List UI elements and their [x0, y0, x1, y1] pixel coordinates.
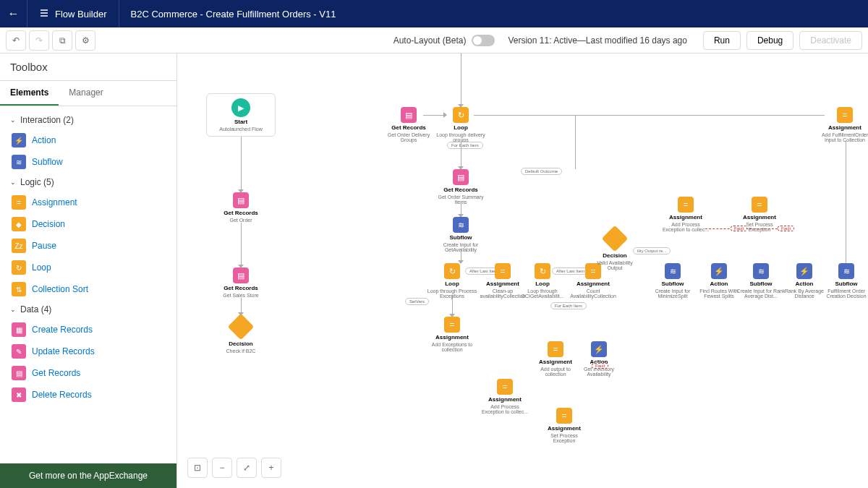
back-button[interactable]: ←: [0, 0, 27, 27]
node-subflow-input[interactable]: ≋SubflowCreate Input for GetAvailability: [435, 217, 486, 253]
element-icon: ⚡: [12, 133, 26, 147]
element-item[interactable]: ⚡Action: [0, 129, 176, 151]
redo-button[interactable]: ↷: [29, 30, 49, 51]
node-decision-b2c[interactable]: DecisionCheck if B2C: [216, 315, 266, 354]
node-get-store[interactable]: ▤Get RecordsGet Sales Store: [216, 267, 266, 298]
zoom-in-button[interactable]: +: [261, 458, 281, 478]
element-label: Collection Sort: [32, 284, 88, 294]
element-item[interactable]: ≋Subflow: [0, 151, 176, 173]
node-start[interactable]: ▶StartAutolaunched Flow: [206, 93, 276, 137]
auto-layout-toggle[interactable]: Auto-Layout (Beta): [393, 35, 495, 46]
toolbox-title: Toolbox: [0, 53, 176, 81]
appexchange-link[interactable]: Get more on the AppExchange: [0, 463, 176, 488]
element-label: Loop: [32, 262, 51, 273]
pill-default-outcome: Default Outcome: [521, 168, 562, 175]
node-get-order[interactable]: ▤Get RecordsGet Order: [216, 192, 266, 223]
sidebar: Toolbox Elements Manager ⌄Interaction (2…: [0, 53, 177, 488]
tab-elements[interactable]: Elements: [0, 81, 59, 106]
node-asn-proc2[interactable]: =AssignmentAdd Process Exception to coll…: [480, 379, 530, 415]
element-item[interactable]: ✖Delete Records: [0, 384, 176, 406]
fit-button[interactable]: ⤢: [237, 458, 257, 478]
node-action-inventory[interactable]: ⚡ActionGet Inventory Availability: [574, 341, 624, 377]
element-label: Action: [32, 135, 56, 145]
category[interactable]: ⌄Logic (5): [0, 173, 176, 192]
category[interactable]: ⌄Data (4): [0, 300, 176, 319]
app-header: ← Flow Builder B2C Commerce - Create Ful…: [0, 0, 868, 27]
element-icon: ▦: [12, 322, 26, 337]
node-sf-min[interactable]: ≋SubflowCreate Input for MinimizeSplit: [647, 263, 698, 299]
element-icon: ◆: [12, 217, 26, 231]
element-icon: ✎: [12, 344, 26, 359]
sidebar-tabs: Elements Manager: [0, 81, 176, 106]
canvas-controls: ⊡ − ⤢ +: [187, 458, 281, 478]
pill-fault-2: Fault: [731, 226, 747, 231]
element-icon: ⇅: [12, 282, 26, 296]
element-label: Delete Records: [32, 390, 92, 400]
element-label: Pause: [32, 241, 56, 251]
element-item[interactable]: ⇅Collection Sort: [0, 278, 176, 300]
app-name: Flow Builder: [27, 0, 119, 27]
node-asn-proc1[interactable]: =AssignmentAdd Process Exception to coll…: [660, 197, 711, 233]
debug-button[interactable]: Debug: [746, 31, 793, 50]
undo-button[interactable]: ↶: [6, 30, 26, 51]
chevron-down-icon: ⌄: [10, 306, 16, 313]
element-item[interactable]: =Assignment: [0, 192, 176, 213]
element-icon: ▤: [12, 366, 26, 380]
element-item[interactable]: ◆Decision: [0, 213, 176, 235]
node-loop-groups[interactable]: ↻LoopLoop through delivery groups: [435, 107, 486, 143]
node-get-items[interactable]: ▤Get RecordsGet Order Summary Items: [435, 169, 486, 205]
category[interactable]: ⌄Interaction (2): [0, 111, 176, 129]
run-button[interactable]: Run: [703, 31, 741, 50]
pill-setvars: SetVars: [405, 298, 429, 305]
element-tree: ⌄Interaction (2)⚡Action≋Subflow⌄Logic (5…: [0, 106, 176, 463]
toggle-icon: [472, 35, 495, 46]
element-item[interactable]: ✎Update Records: [0, 341, 176, 362]
node-asn-setexc2[interactable]: =AssignmentSet Process Exception: [539, 408, 590, 444]
chevron-down-icon: ⌄: [10, 179, 16, 186]
pill-utility-output: ility Output re...: [633, 247, 671, 254]
copy-button[interactable]: ⧉: [52, 30, 72, 51]
element-label: Subflow: [32, 157, 63, 167]
tab-manager[interactable]: Manager: [59, 81, 113, 106]
element-item[interactable]: ▦Create Records: [0, 319, 176, 341]
zoom-out-button[interactable]: −: [212, 458, 232, 478]
element-icon: ✖: [12, 388, 26, 402]
element-icon: Zz: [12, 239, 26, 253]
utility-bar: ↶ ↷ ⧉ ⚙ Auto-Layout (Beta) Version 11: A…: [0, 27, 868, 53]
node-get-delivery[interactable]: ▤Get RecordsGet Order Delivery Groups: [383, 107, 434, 143]
element-item[interactable]: ↻Loop: [0, 257, 176, 278]
element-label: Assignment: [32, 197, 77, 207]
select-button[interactable]: ⊡: [187, 458, 208, 478]
deactivate-button: Deactivate: [799, 31, 862, 50]
arrow-left-icon: ←: [8, 7, 20, 20]
flow-builder-icon: [39, 8, 49, 20]
node-sf-fulfill[interactable]: ≋SubflowFulfillment Order Creation Decis…: [821, 263, 868, 299]
element-label: Create Records: [32, 325, 93, 335]
pill-foreach-2: For Each Item: [550, 302, 587, 309]
pill-fault-1: Fault: [592, 363, 608, 369]
settings-button[interactable]: ⚙: [75, 30, 95, 51]
element-label: Decision: [32, 219, 65, 229]
element-item[interactable]: ZzPause: [0, 235, 176, 257]
version-label: Version 11: Active—Last modified 16 days…: [508, 35, 686, 46]
element-icon: =: [12, 195, 26, 210]
chevron-down-icon: ⌄: [10, 116, 16, 124]
element-icon: ≋: [12, 155, 26, 169]
element-icon: ↻: [12, 260, 26, 275]
element-label: Get Records: [32, 368, 80, 378]
element-label: Update Records: [32, 346, 95, 356]
flow-title: B2C Commerce - Create Fulfillment Orders…: [119, 9, 348, 20]
pill-foreach-1: For Each Item: [447, 142, 483, 149]
node-asn-addexc[interactable]: =AssignmentAdd Exceptions to collection: [427, 317, 477, 353]
canvas[interactable]: ▶StartAutolaunched Flow ▤Get RecordsGet …: [177, 53, 868, 488]
node-asn-fulfill[interactable]: =AssignmentAdd FulfillmentOrder Input to…: [820, 107, 868, 143]
pill-fault-3: Fault: [778, 226, 794, 231]
element-item[interactable]: ▤Get Records: [0, 362, 176, 384]
